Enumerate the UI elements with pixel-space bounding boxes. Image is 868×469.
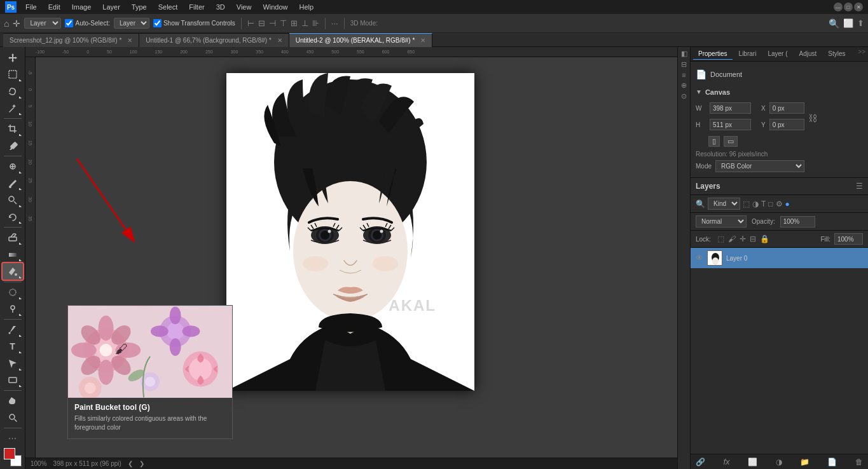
tool-extra[interactable]: ⋯ (3, 430, 23, 447)
tab-close-screenshot[interactable]: ✕ (127, 37, 132, 44)
tool-dodge[interactable] (3, 301, 23, 318)
menu-help[interactable]: Help (294, 2, 319, 12)
foreground-color-swatch[interactable] (4, 448, 15, 459)
tool-marquee[interactable] (3, 67, 23, 83)
tool-blur[interactable] (3, 284, 23, 301)
share-icon[interactable]: ⬆ (857, 18, 864, 28)
tab-close-untitled2[interactable]: ✕ (420, 37, 425, 44)
layer-visibility-icon[interactable]: 👁 (696, 254, 703, 262)
filter-smart-icon[interactable]: ⚙ (776, 200, 783, 208)
color-mode-select[interactable]: RGB Color (715, 160, 804, 172)
tab-untitled1[interactable]: Untitled-1 @ 66,7% (Background, RGB/8#) … (139, 33, 289, 47)
filter-pin-icon[interactable]: ● (785, 200, 790, 208)
canvas-document[interactable]: AKAL AKAL (226, 73, 474, 391)
lock-artboard-icon[interactable]: ⊟ (750, 234, 756, 243)
tab-close-untitled1[interactable]: ✕ (277, 37, 282, 44)
panel-toggle-3[interactable]: ≡ (682, 71, 685, 79)
panel-toggle-4[interactable]: ⊕ (681, 81, 687, 90)
menu-window[interactable]: Window (258, 2, 293, 12)
search-icon[interactable]: 🔍 (829, 18, 839, 29)
menu-select[interactable]: Select (153, 2, 183, 12)
tool-path-select[interactable] (3, 355, 23, 372)
layer-group-icon[interactable]: 📁 (800, 458, 809, 466)
lock-all-icon[interactable]: 🔒 (760, 234, 769, 243)
canvas-container[interactable]: AKAL AKAL (36, 57, 677, 458)
tool-gradient[interactable] (3, 247, 23, 263)
menu-type[interactable]: Type (127, 2, 152, 12)
fill-input[interactable] (834, 233, 863, 245)
tool-zoom[interactable] (3, 410, 23, 426)
home-icon[interactable]: ⌂ (4, 18, 9, 29)
y-input[interactable] (769, 119, 804, 130)
layer-mask-icon[interactable]: ⬜ (748, 458, 757, 466)
tab-layer[interactable]: Layer ( (762, 48, 792, 60)
tool-lasso[interactable] (3, 83, 23, 100)
auto-select-checkbox[interactable]: Auto-Select: (65, 19, 109, 27)
tab-libraries[interactable]: Librari (734, 48, 762, 60)
menu-view[interactable]: View (231, 2, 257, 12)
menu-file[interactable]: File (20, 2, 42, 12)
link-dimensions-icon[interactable]: ⛓ (808, 113, 817, 123)
tool-move[interactable] (3, 50, 23, 66)
layer-delete-icon[interactable]: 🗑 (855, 458, 863, 466)
landscape-icon-button[interactable]: ▭ (724, 136, 738, 147)
tool-pen[interactable] (3, 322, 23, 338)
tool-eraser[interactable] (3, 229, 23, 246)
filter-type-icon[interactable]: T (761, 200, 766, 208)
layer-item-layer0[interactable]: 👁 Layer 0 (691, 248, 868, 268)
tool-hand[interactable] (3, 393, 23, 409)
tool-history[interactable] (3, 209, 23, 226)
minimize-button[interactable]: — (834, 3, 843, 11)
height-input[interactable] (710, 119, 751, 130)
canvas-section-header[interactable]: ▼ Canvas (696, 85, 863, 99)
layer-select[interactable]: Layer (114, 18, 149, 29)
menu-filter[interactable]: Filter (184, 2, 209, 12)
tool-magic-wand[interactable] (3, 100, 23, 117)
align-top-icon[interactable]: ⊤ (280, 18, 287, 28)
menu-edit[interactable]: Edit (43, 2, 65, 12)
tool-shape[interactable] (3, 372, 23, 389)
layers-menu-icon[interactable]: ☰ (856, 182, 863, 191)
blend-mode-select[interactable]: Normal (696, 215, 747, 228)
align-center-h-icon[interactable]: ⊟ (258, 18, 265, 28)
panel-toggle-2[interactable]: ⊟ (681, 60, 687, 69)
layer-new-icon[interactable]: 📄 (827, 458, 837, 466)
tab-adjustments[interactable]: Adjust (794, 48, 822, 60)
layer-kind-select[interactable]: Kind (708, 198, 740, 210)
tab-untitled2[interactable]: Untitled-2 @ 100% (BERAKAL, RGB/8#) * ✕ (289, 33, 432, 47)
tool-healing[interactable] (3, 158, 23, 175)
navigate-prev[interactable]: ❮ (128, 460, 133, 467)
auto-select-toggle[interactable]: Layer Group (24, 18, 61, 29)
layer-adjust-icon[interactable]: ◑ (776, 458, 782, 466)
distribute-icon[interactable]: ⊪ (312, 18, 319, 28)
tool-clone[interactable] (3, 192, 23, 208)
lock-position-icon[interactable]: ✛ (740, 234, 746, 243)
tab-screenshot[interactable]: Screenshot_12.jpg @ 100% (RGB/8#) * ✕ (3, 33, 139, 47)
menu-image[interactable]: Image (67, 2, 97, 12)
maximize-button[interactable]: □ (844, 3, 853, 11)
extras-button[interactable]: ··· (331, 18, 338, 28)
filter-pixel-icon[interactable]: ⬚ (743, 200, 750, 208)
tool-crop[interactable] (3, 121, 23, 137)
tool-type[interactable]: T (3, 339, 23, 355)
menu-3d[interactable]: 3D (211, 2, 230, 12)
panel-toggle-1[interactable]: ◧ (681, 50, 687, 58)
align-center-v-icon[interactable]: ⊞ (291, 18, 298, 28)
align-right-icon[interactable]: ⊣ (269, 18, 276, 28)
menu-layer[interactable]: Layer (97, 2, 125, 12)
frame-icon[interactable]: ⬜ (843, 18, 853, 28)
panel-toggle-5[interactable]: ⊙ (681, 92, 687, 100)
layer-link-icon[interactable]: 🔗 (696, 458, 705, 466)
tab-styles[interactable]: Styles (823, 48, 850, 60)
lock-pixels-icon[interactable]: 🖌 (728, 234, 736, 243)
tool-eyedropper[interactable] (3, 138, 23, 154)
navigate-next[interactable]: ❯ (139, 460, 144, 467)
layer-fx-icon[interactable]: fx (723, 457, 729, 466)
align-left-icon[interactable]: ⊢ (247, 18, 254, 28)
opacity-input[interactable] (780, 216, 815, 228)
tab-properties[interactable]: Properties (693, 48, 733, 60)
show-transform-checkbox[interactable]: Show Transform Controls (153, 19, 235, 27)
collapse-icon[interactable]: >> (858, 48, 865, 60)
portrait-icon-button[interactable]: ▯ (708, 136, 720, 147)
x-input[interactable] (769, 102, 804, 114)
